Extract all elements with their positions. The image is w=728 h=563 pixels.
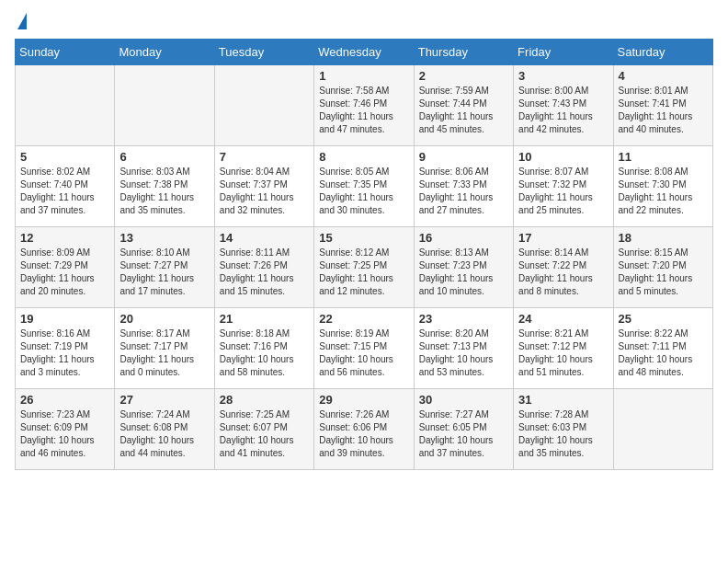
day-info: Sunrise: 8:15 AMSunset: 7:20 PMDaylight:… xyxy=(619,247,708,298)
calendar-day-10: 10Sunrise: 8:07 AMSunset: 7:32 PMDayligh… xyxy=(514,146,613,227)
calendar-day-3: 3Sunrise: 8:00 AMSunset: 7:43 PMDaylight… xyxy=(514,65,613,146)
logo xyxy=(15,15,27,29)
calendar-day-12: 12Sunrise: 8:09 AMSunset: 7:29 PMDayligh… xyxy=(16,227,115,308)
day-number: 1 xyxy=(319,69,408,83)
calendar-day-28: 28Sunrise: 7:25 AMSunset: 6:07 PMDayligh… xyxy=(214,389,313,470)
calendar-day-13: 13Sunrise: 8:10 AMSunset: 7:27 PMDayligh… xyxy=(115,227,214,308)
day-number: 19 xyxy=(20,312,109,326)
calendar-week-4: 19Sunrise: 8:16 AMSunset: 7:19 PMDayligh… xyxy=(16,308,713,389)
day-number: 2 xyxy=(419,69,508,83)
day-number: 8 xyxy=(319,150,408,164)
day-info: Sunrise: 7:59 AMSunset: 7:44 PMDaylight:… xyxy=(419,85,508,136)
calendar-day-18: 18Sunrise: 8:15 AMSunset: 7:20 PMDayligh… xyxy=(613,227,712,308)
calendar-day-21: 21Sunrise: 8:18 AMSunset: 7:16 PMDayligh… xyxy=(214,308,313,389)
calendar-day-8: 8Sunrise: 8:05 AMSunset: 7:35 PMDaylight… xyxy=(314,146,414,227)
calendar-day-14: 14Sunrise: 8:11 AMSunset: 7:26 PMDayligh… xyxy=(214,227,313,308)
calendar-day-4: 4Sunrise: 8:01 AMSunset: 7:41 PMDaylight… xyxy=(613,65,712,146)
day-number: 29 xyxy=(319,393,408,407)
day-number: 10 xyxy=(518,150,608,164)
empty-cell xyxy=(214,65,313,146)
calendar-day-11: 11Sunrise: 8:08 AMSunset: 7:30 PMDayligh… xyxy=(613,146,712,227)
day-number: 26 xyxy=(20,393,109,407)
day-number: 15 xyxy=(319,231,408,245)
day-number: 3 xyxy=(518,69,608,83)
day-number: 6 xyxy=(119,150,209,164)
day-number: 24 xyxy=(518,312,608,326)
day-info: Sunrise: 8:03 AMSunset: 7:38 PMDaylight:… xyxy=(119,166,209,217)
day-info: Sunrise: 7:28 AMSunset: 6:03 PMDaylight:… xyxy=(518,408,608,460)
calendar-day-31: 31Sunrise: 7:28 AMSunset: 6:03 PMDayligh… xyxy=(514,389,613,470)
col-header-sunday: Sunday xyxy=(16,40,115,65)
calendar-day-23: 23Sunrise: 8:20 AMSunset: 7:13 PMDayligh… xyxy=(414,308,513,389)
calendar-week-1: 1Sunrise: 7:58 AMSunset: 7:46 PMDaylight… xyxy=(16,65,713,146)
day-number: 7 xyxy=(220,150,309,164)
day-info: Sunrise: 8:14 AMSunset: 7:22 PMDaylight:… xyxy=(518,247,608,298)
day-info: Sunrise: 8:18 AMSunset: 7:16 PMDaylight:… xyxy=(220,327,309,379)
day-info: Sunrise: 8:00 AMSunset: 7:43 PMDaylight:… xyxy=(518,85,608,136)
calendar-day-9: 9Sunrise: 8:06 AMSunset: 7:33 PMDaylight… xyxy=(414,146,513,227)
day-info: Sunrise: 8:08 AMSunset: 7:30 PMDaylight:… xyxy=(619,166,708,217)
day-number: 21 xyxy=(220,312,309,326)
day-number: 13 xyxy=(119,231,209,245)
col-header-tuesday: Tuesday xyxy=(214,40,313,65)
day-number: 27 xyxy=(119,393,209,407)
day-number: 28 xyxy=(220,393,309,407)
col-header-monday: Monday xyxy=(115,40,214,65)
calendar-day-7: 7Sunrise: 8:04 AMSunset: 7:37 PMDaylight… xyxy=(214,146,313,227)
day-number: 11 xyxy=(619,150,708,164)
day-number: 12 xyxy=(20,231,109,245)
calendar-day-16: 16Sunrise: 8:13 AMSunset: 7:23 PMDayligh… xyxy=(414,227,513,308)
day-number: 17 xyxy=(518,231,608,245)
day-info: Sunrise: 8:07 AMSunset: 7:32 PMDaylight:… xyxy=(518,166,608,217)
day-info: Sunrise: 8:02 AMSunset: 7:40 PMDaylight:… xyxy=(20,166,109,217)
day-info: Sunrise: 8:17 AMSunset: 7:17 PMDaylight:… xyxy=(119,327,209,379)
day-number: 5 xyxy=(20,150,109,164)
calendar-day-5: 5Sunrise: 8:02 AMSunset: 7:40 PMDaylight… xyxy=(16,146,115,227)
calendar-day-17: 17Sunrise: 8:14 AMSunset: 7:22 PMDayligh… xyxy=(514,227,613,308)
day-info: Sunrise: 8:20 AMSunset: 7:13 PMDaylight:… xyxy=(419,327,508,379)
day-number: 22 xyxy=(319,312,408,326)
day-number: 30 xyxy=(419,393,508,407)
col-header-saturday: Saturday xyxy=(613,40,712,65)
day-number: 20 xyxy=(119,312,209,326)
logo-triangle-icon xyxy=(17,13,27,29)
calendar-day-30: 30Sunrise: 7:27 AMSunset: 6:05 PMDayligh… xyxy=(414,389,513,470)
calendar-day-6: 6Sunrise: 8:03 AMSunset: 7:38 PMDaylight… xyxy=(115,146,214,227)
empty-cell xyxy=(115,65,214,146)
day-number: 23 xyxy=(419,312,508,326)
calendar-day-15: 15Sunrise: 8:12 AMSunset: 7:25 PMDayligh… xyxy=(314,227,414,308)
calendar-day-2: 2Sunrise: 7:59 AMSunset: 7:44 PMDaylight… xyxy=(414,65,513,146)
day-info: Sunrise: 8:11 AMSunset: 7:26 PMDaylight:… xyxy=(220,247,309,298)
day-info: Sunrise: 7:25 AMSunset: 6:07 PMDaylight:… xyxy=(220,408,309,460)
day-info: Sunrise: 7:27 AMSunset: 6:05 PMDaylight:… xyxy=(419,408,508,460)
calendar-table: SundayMondayTuesdayWednesdayThursdayFrid… xyxy=(15,39,713,470)
calendar-week-5: 26Sunrise: 7:23 AMSunset: 6:09 PMDayligh… xyxy=(16,389,713,470)
day-number: 25 xyxy=(619,312,708,326)
day-info: Sunrise: 8:01 AMSunset: 7:41 PMDaylight:… xyxy=(619,85,708,136)
day-info: Sunrise: 8:19 AMSunset: 7:15 PMDaylight:… xyxy=(319,327,408,379)
day-number: 16 xyxy=(419,231,508,245)
calendar-day-22: 22Sunrise: 8:19 AMSunset: 7:15 PMDayligh… xyxy=(314,308,414,389)
day-info: Sunrise: 7:23 AMSunset: 6:09 PMDaylight:… xyxy=(20,408,109,460)
day-info: Sunrise: 8:13 AMSunset: 7:23 PMDaylight:… xyxy=(419,247,508,298)
calendar-day-24: 24Sunrise: 8:21 AMSunset: 7:12 PMDayligh… xyxy=(514,308,613,389)
day-number: 4 xyxy=(619,69,708,83)
day-info: Sunrise: 7:58 AMSunset: 7:46 PMDaylight:… xyxy=(319,85,408,136)
day-info: Sunrise: 8:05 AMSunset: 7:35 PMDaylight:… xyxy=(319,166,408,217)
calendar-header-row: SundayMondayTuesdayWednesdayThursdayFrid… xyxy=(16,40,713,65)
day-info: Sunrise: 7:24 AMSunset: 6:08 PMDaylight:… xyxy=(119,408,209,460)
day-info: Sunrise: 8:10 AMSunset: 7:27 PMDaylight:… xyxy=(119,247,209,298)
day-info: Sunrise: 8:22 AMSunset: 7:11 PMDaylight:… xyxy=(619,327,708,379)
day-info: Sunrise: 7:26 AMSunset: 6:06 PMDaylight:… xyxy=(319,408,408,460)
calendar-day-1: 1Sunrise: 7:58 AMSunset: 7:46 PMDaylight… xyxy=(314,65,414,146)
calendar-day-20: 20Sunrise: 8:17 AMSunset: 7:17 PMDayligh… xyxy=(115,308,214,389)
page-header xyxy=(15,15,713,29)
col-header-wednesday: Wednesday xyxy=(314,40,414,65)
day-info: Sunrise: 8:21 AMSunset: 7:12 PMDaylight:… xyxy=(518,327,608,379)
day-info: Sunrise: 8:16 AMSunset: 7:19 PMDaylight:… xyxy=(20,327,109,379)
day-number: 9 xyxy=(419,150,508,164)
empty-cell xyxy=(613,389,712,470)
day-info: Sunrise: 8:09 AMSunset: 7:29 PMDaylight:… xyxy=(20,247,109,298)
day-number: 14 xyxy=(220,231,309,245)
day-info: Sunrise: 8:06 AMSunset: 7:33 PMDaylight:… xyxy=(419,166,508,217)
